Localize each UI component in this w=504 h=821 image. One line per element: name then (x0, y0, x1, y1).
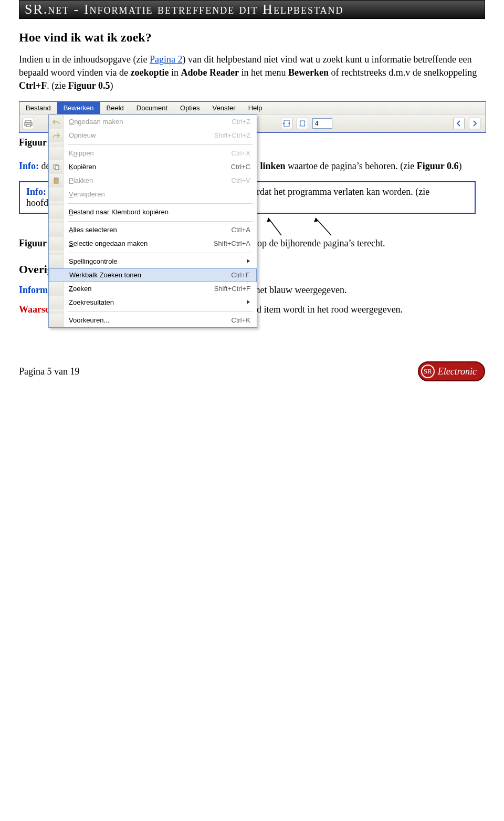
menu-item-label: Opnieuw (64, 131, 208, 139)
text: Indien u in de inhoudsopgave (zie (19, 54, 150, 65)
menu-item-shortcut (208, 257, 257, 265)
redo-icon (49, 129, 64, 142)
sr-icon: SR (421, 365, 435, 378)
info-label: Info: (19, 161, 39, 171)
screenshot-adobe-menu: BestandBewerkenBeeldDocumentOptiesVenste… (19, 101, 486, 133)
menubar-item-venster[interactable]: Venster (206, 102, 242, 114)
intro-paragraph: Indien u in de inhoudsopgave (zie Pagina… (19, 53, 485, 93)
menu-item-voorkeuren-[interactable]: Voorkeuren...Ctrl+K (49, 314, 257, 327)
menu-item-label: Spellingcontrole (64, 257, 208, 265)
bold-ctrlf: Ctrl+F (19, 80, 47, 91)
menu-item-shortcut: Shift+Ctrl+Z (208, 131, 257, 139)
menu-item-label: Voorkeuren... (64, 316, 208, 324)
menu-item-shortcut: Shift+Ctrl+A (207, 240, 257, 247)
bold-zoekoptie: zoekoptie (130, 67, 169, 78)
menu-item-verwijderen: Verwijderen (49, 188, 257, 201)
bold-fig05: Figuur 0.5 (68, 80, 110, 91)
sr-electronic-badge: SR Electronic (418, 361, 485, 381)
menubar-item-document[interactable]: Document (130, 102, 174, 114)
bold-bewerken: Bewerken (288, 67, 329, 78)
page-number-input[interactable]: 4 (312, 118, 332, 129)
blank-icon (49, 296, 64, 309)
menu-item-ongedaan-maken: Ongedaan makenCtrl+Z (49, 115, 257, 129)
blank-icon (49, 147, 64, 160)
menu-item-label: Zoeken (64, 285, 208, 293)
menu-item-plakken: PlakkenCtrl+V (49, 174, 257, 188)
text: ) (458, 161, 461, 171)
menu-item-shortcut (208, 298, 257, 306)
menu-item-zoeken[interactable]: ZoekenShift+Ctrl+F (49, 282, 257, 296)
bold-adobe-reader: Adobe Reader (181, 67, 239, 78)
menu-item-shortcut: Ctrl+C (208, 163, 257, 171)
bold-fig06: Figuur 0.6 (417, 161, 459, 171)
page-number-footer: Pagina 5 van 19 (19, 366, 79, 377)
text: of rechtstreeks d.m.v de snelkoppeling (329, 67, 477, 78)
fit-page-icon[interactable] (297, 118, 308, 129)
menu-item-label: Verwijderen (64, 190, 208, 198)
svg-rect-4 (55, 165, 59, 170)
menu-item-label: Werkbalk Zoeken tonen (64, 271, 208, 279)
paste-icon (49, 174, 64, 188)
prev-page-icon[interactable] (453, 118, 465, 129)
menubar-item-bewerken[interactable]: Bewerken (57, 102, 100, 114)
menu-item-label: Zoekresultaten (64, 298, 208, 306)
menu-item-spellingcontrole[interactable]: Spellingcontrole (49, 255, 257, 268)
pointer-arrows (19, 217, 476, 236)
text: . (zie (47, 80, 68, 91)
blank-icon (49, 269, 64, 282)
menu-item-shortcut: Ctrl+Z (208, 118, 257, 126)
svg-rect-8 (300, 121, 304, 126)
copy-icon (49, 160, 64, 174)
menubar-item-help[interactable]: Help (242, 102, 269, 114)
menu-item-zoekresultaten[interactable]: Zoekresultaten (49, 296, 257, 309)
menu-item-shortcut: Ctrl+F (208, 271, 256, 279)
menu-item-label: Ongedaan maken (64, 118, 208, 126)
svg-rect-0 (26, 120, 31, 122)
text: in (169, 67, 181, 78)
menu-item-opnieuw: OpnieuwShift+Ctrl+Z (49, 129, 257, 142)
menu-item-selectie-ongedaan-maken[interactable]: Selectie ongedaan makenShift+Ctrl+A (49, 237, 257, 251)
link-pagina-2[interactable]: Pagina 2 (150, 54, 183, 65)
menu-separator (49, 309, 257, 314)
menu-item-label: Kopiëren (64, 163, 208, 171)
menu-item-label: Selectie ongedaan maken (64, 240, 207, 247)
menubar: BestandBewerkenBeeldDocumentOptiesVenste… (19, 102, 486, 115)
menu-item-label: Knippen (64, 149, 208, 157)
svg-rect-2 (26, 124, 30, 127)
menu-item-knippen: KnippenCtrl+X (49, 147, 257, 160)
menu-separator (49, 142, 257, 147)
menu-separator (49, 201, 257, 205)
menu-item-shortcut: Ctrl+V (208, 176, 257, 184)
menu-item-werkbalk-zoeken-tonen[interactable]: Werkbalk Zoeken tonenCtrl+F (49, 268, 257, 282)
info-label: Info: (26, 186, 46, 197)
menu-item-label: Plakken (64, 176, 208, 184)
menu-separator (49, 251, 257, 255)
bold-linken: linken (260, 161, 285, 171)
toolbar: Ongedaan makenCtrl+ZOpnieuwShift+Ctrl+ZK… (19, 115, 486, 132)
menubar-item-beeld[interactable]: Beeld (100, 102, 130, 114)
blank-icon (49, 237, 64, 251)
menu-item-label: Bestand naar Klembord kopiëren (64, 208, 208, 216)
blank-icon (49, 188, 64, 201)
svg-rect-6 (55, 178, 57, 179)
blank-icon (49, 255, 64, 268)
menu-item-kopi-ren[interactable]: KopiërenCtrl+C (49, 160, 257, 174)
undo-icon (49, 115, 64, 129)
menu-item-shortcut: Ctrl+K (208, 316, 257, 324)
fit-width-icon[interactable] (281, 118, 292, 129)
menubar-item-opties[interactable]: Opties (174, 102, 206, 114)
menu-item-shortcut: Shift+Ctrl+F (208, 285, 257, 293)
svg-line-11 (316, 218, 331, 235)
next-page-icon[interactable] (469, 118, 480, 129)
print-icon[interactable] (23, 118, 34, 129)
text: in het menu (239, 67, 288, 78)
text: waartoe de pagina’s behoren. (zie (285, 161, 416, 171)
badge-text: Electronic (438, 366, 477, 377)
header-bar: SR.net - Informatie betreffende dit Help… (19, 0, 485, 19)
menubar-item-bestand[interactable]: Bestand (19, 102, 57, 114)
heading-how-find: Hoe vind ik wat ik zoek? (19, 30, 485, 45)
blank-icon (49, 314, 64, 327)
blank-icon (49, 282, 64, 296)
menu-item-shortcut: Ctrl+X (208, 149, 257, 157)
text: ) (110, 80, 113, 91)
